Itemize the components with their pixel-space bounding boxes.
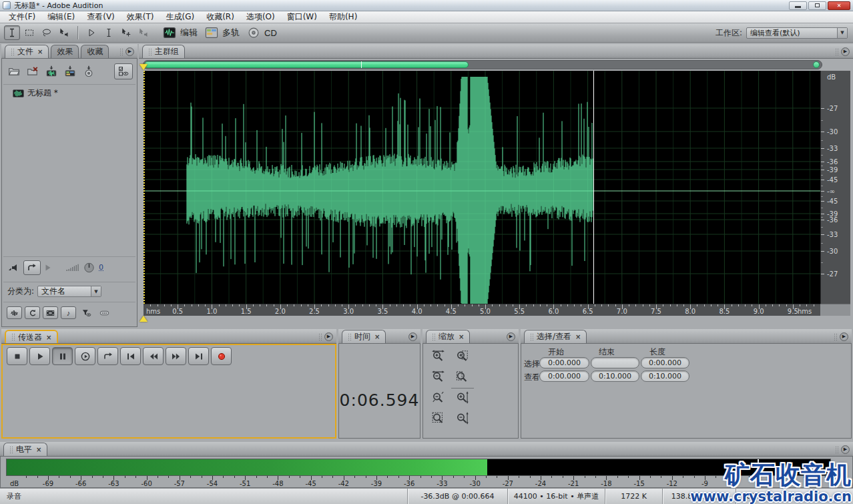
chevron-down-icon[interactable]: ▼: [837, 28, 847, 38]
close-button[interactable]: ✕: [828, 1, 850, 10]
tab-selection-view[interactable]: 选择/查看×: [524, 330, 587, 343]
show-video-button[interactable]: [43, 306, 58, 319]
speaker-icon[interactable]: [7, 262, 19, 273]
tab-main-group[interactable]: 主群组: [142, 45, 185, 58]
autoplay-button[interactable]: [23, 260, 41, 275]
view-start-field[interactable]: 0:00.000: [539, 370, 589, 382]
sort-select[interactable]: 文件名 ▼: [37, 286, 101, 297]
time-selection-tool-button[interactable]: [4, 25, 20, 40]
volume-knob-icon[interactable]: [83, 262, 95, 273]
panel-menu-icon[interactable]: ▶: [841, 47, 850, 56]
show-loops-button[interactable]: [25, 306, 40, 319]
cue-list-button[interactable]: [97, 306, 112, 319]
zoom-reset-button[interactable]: [429, 410, 447, 427]
selection-start-field[interactable]: 0:00.000: [539, 357, 589, 368]
zoom-out-full-button[interactable]: [429, 389, 447, 406]
menu-item[interactable]: 生成(G): [160, 11, 201, 23]
menu-item[interactable]: 帮助(H): [323, 11, 363, 23]
move-tool-button[interactable]: [118, 25, 134, 40]
tab-zoom[interactable]: 缩放×: [426, 330, 470, 343]
chevron-down-icon[interactable]: ▼: [91, 286, 101, 296]
pause-button[interactable]: [52, 347, 73, 365]
tab-levels[interactable]: 电平×: [3, 443, 47, 456]
panel-menu-icon[interactable]: ▶: [324, 332, 333, 341]
panel-menu-icon[interactable]: ▶: [841, 445, 850, 454]
workspace-select[interactable]: 编辑查看(默认) ▼: [746, 27, 848, 39]
selection-length-field[interactable]: 0:00.000: [641, 357, 689, 368]
zoom-out-vertical-button[interactable]: [453, 410, 471, 427]
tab-transport[interactable]: 传送器×: [5, 330, 58, 343]
marquee-selection-tool-button[interactable]: [21, 25, 37, 40]
menu-item[interactable]: 收藏(R): [200, 11, 240, 23]
menu-item[interactable]: 效果(T): [121, 11, 160, 23]
import-audio-button[interactable]: [43, 63, 59, 79]
go-to-beginning-button[interactable]: [120, 347, 141, 365]
lasso-selection-tool-button[interactable]: [39, 25, 55, 40]
level-meter[interactable]: [6, 459, 831, 476]
panel-menu-icon[interactable]: ▶: [840, 332, 848, 341]
horizontal-scrollbar[interactable]: [143, 60, 822, 69]
scrollbar-thumb[interactable]: [144, 61, 469, 68]
zoom-in-vertical-button[interactable]: [453, 389, 471, 406]
options-toggle-button[interactable]: [114, 63, 133, 79]
tab-close-icon[interactable]: ×: [37, 48, 43, 55]
show-midi-button[interactable]: ♪: [61, 306, 76, 319]
rewind-button[interactable]: [143, 347, 164, 365]
stop-button[interactable]: [7, 347, 27, 365]
minimize-button[interactable]: [789, 1, 807, 10]
record-button[interactable]: [211, 347, 232, 365]
multitrack-view-button[interactable]: 多轨: [204, 27, 240, 39]
restore-button[interactable]: [808, 1, 826, 10]
menu-item[interactable]: 窗口(W): [281, 11, 323, 23]
menu-item[interactable]: 选项(O): [240, 11, 281, 23]
zoom-to-selection-button[interactable]: [453, 348, 471, 364]
panel-menu-icon[interactable]: ▶: [507, 332, 515, 341]
waveform-display[interactable]: [144, 71, 820, 304]
zoom-out-horizontal-button[interactable]: [429, 368, 447, 385]
edit-cursor-tool-button[interactable]: [101, 25, 117, 40]
filter-view-button[interactable]: [79, 306, 94, 319]
scrub-secondary-tool-button[interactable]: [135, 25, 152, 40]
zoom-selection-edge-button[interactable]: [453, 368, 471, 385]
tab-effects[interactable]: 效果: [51, 45, 79, 58]
file-item[interactable]: 无标题 *: [3, 85, 135, 99]
scrub-tool-button[interactable]: [56, 25, 72, 40]
fast-forward-button[interactable]: [166, 347, 186, 365]
edit-view-button[interactable]: 编辑: [162, 27, 198, 39]
panel-menu-icon[interactable]: ▶: [408, 332, 417, 341]
volume-bars-icon[interactable]: [65, 262, 79, 273]
view-end-field[interactable]: 0:10.000: [591, 370, 639, 382]
volume-value[interactable]: 0: [99, 263, 103, 272]
play-button[interactable]: [29, 347, 50, 365]
tab-favorites[interactable]: 收藏: [81, 45, 109, 58]
amplitude-db-scale[interactable]: dB-27-30-33-36-39-45-∞-45-39-36-33-30-27: [820, 71, 850, 304]
zoom-in-horizontal-button[interactable]: [429, 348, 447, 364]
tab-close-icon[interactable]: ×: [459, 333, 464, 340]
menu-item[interactable]: 文件(F): [3, 11, 41, 23]
insert-cd-button[interactable]: [81, 63, 97, 79]
close-file-button[interactable]: [25, 63, 41, 79]
play-looped-button[interactable]: [97, 347, 118, 365]
show-audio-button[interactable]: [7, 306, 22, 319]
selection-start-marker-top[interactable]: [139, 64, 148, 70]
tab-close-icon[interactable]: ×: [46, 334, 51, 341]
menu-item[interactable]: 查看(V): [81, 11, 121, 23]
menu-item[interactable]: 编辑(E): [41, 11, 81, 23]
cd-view-button[interactable]: CD: [246, 27, 277, 38]
import-multitrack-button[interactable]: [62, 63, 78, 79]
panel-menu-icon[interactable]: ▶: [125, 47, 134, 56]
play-small-icon[interactable]: [45, 262, 51, 273]
tab-close-icon[interactable]: ×: [575, 333, 581, 340]
open-file-button[interactable]: [6, 63, 22, 79]
playhead-cursor[interactable]: [593, 71, 594, 304]
selection-end-field[interactable]: [591, 357, 639, 368]
play-spooled-button[interactable]: [75, 347, 95, 365]
time-ruler[interactable]: hmshms0.51.01.52.02.53.03.54.04.55.05.56…: [144, 304, 820, 316]
tab-close-icon[interactable]: ×: [36, 446, 41, 453]
tab-files[interactable]: 文件×: [5, 45, 49, 58]
tab-close-icon[interactable]: ×: [374, 333, 380, 340]
play-cursor-tool-button[interactable]: [83, 25, 99, 40]
go-to-end-button[interactable]: [188, 347, 209, 365]
tab-time[interactable]: 时间×: [342, 330, 386, 343]
view-length-field[interactable]: 0:10.000: [641, 370, 689, 382]
